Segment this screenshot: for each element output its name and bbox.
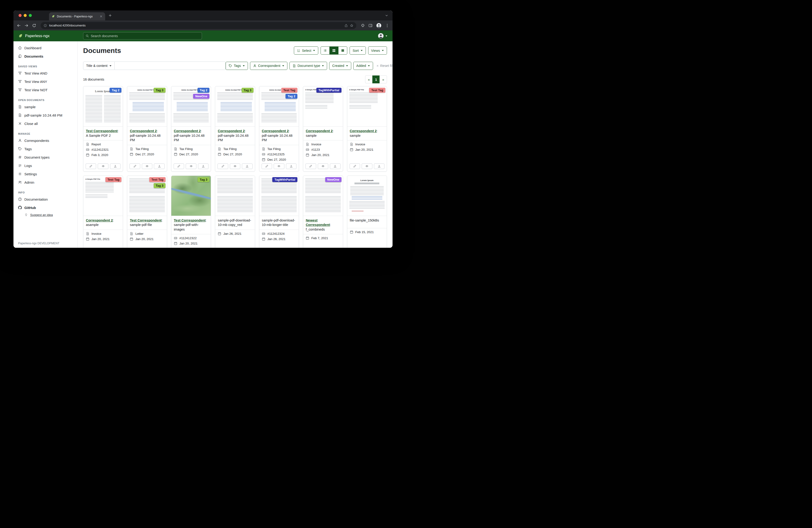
minimize-window-button[interactable] bbox=[24, 14, 27, 17]
correspondent-link[interactable]: Test Correspondent bbox=[86, 129, 118, 133]
sidebar-item-logs[interactable]: Logs bbox=[13, 161, 77, 170]
edit-button[interactable] bbox=[130, 163, 140, 169]
views-button[interactable]: Views bbox=[368, 46, 387, 55]
sidebar-item-admin[interactable]: Admin bbox=[13, 178, 77, 186]
sidebar-item-test-view-and[interactable]: Test View AND bbox=[13, 69, 77, 77]
document-thumbnail[interactable]: Lorem ipsum bbox=[347, 176, 387, 216]
correspondent-link[interactable]: Correspondent 2 bbox=[130, 129, 157, 133]
edit-button[interactable] bbox=[305, 163, 316, 169]
close-window-button[interactable] bbox=[18, 14, 21, 17]
pagination-next-button[interactable]: » bbox=[379, 75, 387, 83]
filter-tags-button[interactable]: Tags bbox=[226, 62, 248, 70]
view-details-button[interactable] bbox=[338, 46, 347, 55]
title-content-filter-input[interactable] bbox=[115, 61, 226, 70]
reload-button[interactable] bbox=[32, 24, 36, 28]
tag-chip-tag-2[interactable]: Tag 2 bbox=[110, 88, 121, 92]
filter-document-type-button[interactable]: Document type bbox=[289, 62, 327, 70]
zoom-window-button[interactable] bbox=[29, 14, 32, 17]
correspondent-link[interactable]: Correspondent 2 bbox=[174, 129, 201, 133]
correspondent-link[interactable]: Newest Correspondent bbox=[306, 218, 330, 227]
select-button[interactable]: Select bbox=[294, 46, 318, 55]
browser-menu-icon[interactable] bbox=[385, 24, 389, 28]
download-button[interactable] bbox=[110, 163, 120, 169]
filter-created-button[interactable]: Created bbox=[329, 62, 351, 70]
site-info-icon[interactable] bbox=[44, 24, 47, 27]
download-button[interactable] bbox=[242, 163, 252, 169]
reset-filters-button[interactable]: Reset filters bbox=[376, 64, 393, 68]
share-icon[interactable] bbox=[345, 24, 348, 27]
sidebar-item-test-view-any[interactable]: Test View ANY bbox=[13, 77, 77, 86]
pagination-prev-button[interactable]: « bbox=[365, 75, 373, 83]
preview-button[interactable] bbox=[142, 163, 152, 169]
sidebar-item-github[interactable]: GitHub bbox=[13, 203, 77, 212]
bookmark-star-icon[interactable] bbox=[350, 24, 353, 27]
edit-button[interactable] bbox=[218, 163, 228, 169]
view-grid-button[interactable] bbox=[329, 46, 338, 55]
tag-chip-test-tag[interactable]: Test Tag bbox=[369, 88, 385, 92]
sidebar-item-settings[interactable]: Settings bbox=[13, 170, 77, 178]
tag-chip-tag-3[interactable]: Tag 3 bbox=[242, 88, 253, 92]
sidebar-item-tags[interactable]: Tags bbox=[13, 145, 77, 153]
sidebar-item-documents[interactable]: Documents bbox=[13, 52, 77, 60]
sidebar-item-document-types[interactable]: Document types bbox=[13, 153, 77, 161]
filter-field-selector[interactable]: Title & content bbox=[83, 61, 115, 70]
side-panel-icon[interactable] bbox=[368, 24, 373, 28]
global-search[interactable] bbox=[83, 32, 202, 40]
preview-button[interactable] bbox=[362, 163, 372, 169]
global-search-input[interactable] bbox=[91, 34, 199, 38]
tag-chip-tagwithpartial[interactable]: TagWithPartial bbox=[316, 88, 342, 92]
filter-added-button[interactable]: Added bbox=[353, 62, 373, 70]
correspondent-link[interactable]: Test Correspondent bbox=[130, 218, 162, 222]
filter-correspondent-button[interactable]: Correspondent bbox=[250, 62, 287, 70]
sidebar-item-correspondents[interactable]: Correspondents bbox=[13, 136, 77, 145]
sidebar-item-test-view-not[interactable]: Test View NOT bbox=[13, 86, 77, 94]
correspondent-link[interactable]: Test Correspondent bbox=[174, 218, 206, 222]
correspondent-link[interactable]: Correspondent 2 bbox=[350, 129, 377, 133]
sidebar-item-close-all[interactable]: Close all bbox=[13, 119, 77, 128]
address-bar[interactable]: localhost:4200/documents bbox=[41, 22, 356, 29]
tag-chip-newone[interactable]: NewOne bbox=[325, 177, 342, 182]
edit-button[interactable] bbox=[350, 163, 360, 169]
preview-button[interactable] bbox=[186, 163, 196, 169]
edit-button[interactable] bbox=[262, 163, 272, 169]
extensions-icon[interactable] bbox=[361, 24, 365, 28]
sidebar-item-dashboard[interactable]: Dashboard bbox=[13, 44, 77, 52]
tag-chip-test-tag[interactable]: Test Tag bbox=[281, 88, 298, 92]
preview-button[interactable] bbox=[98, 163, 108, 169]
preview-button[interactable] bbox=[318, 163, 328, 169]
tag-chip-tag-3[interactable]: Tag 3 bbox=[198, 177, 209, 182]
tab-close-icon[interactable] bbox=[100, 15, 103, 18]
app-brand[interactable]: Paperless-ngx bbox=[13, 33, 77, 38]
correspondent-link[interactable]: Correspondent 2 bbox=[306, 129, 333, 133]
tag-chip-tag-3[interactable]: Tag 3 bbox=[154, 183, 165, 188]
tag-chip-test-tag[interactable]: Test Tag bbox=[149, 177, 165, 182]
download-button[interactable] bbox=[286, 163, 296, 169]
tag-chip-tag-2[interactable]: Tag 2 bbox=[198, 88, 209, 92]
preview-button[interactable] bbox=[230, 163, 240, 169]
edit-button[interactable] bbox=[174, 163, 184, 169]
correspondent-link[interactable]: Correspondent 2 bbox=[262, 129, 289, 133]
tab-overflow-chevron-icon[interactable] bbox=[385, 14, 388, 17]
view-list-button[interactable] bbox=[321, 46, 330, 55]
sidebar-item-pdf-sample-10-24-48-pm[interactable]: pdf-sample 10.24.48 PM bbox=[13, 111, 77, 119]
tag-chip-tagwithpartial[interactable]: TagWithPartial bbox=[272, 177, 298, 182]
sidebar-item-suggest-an-idea[interactable]: Suggest an idea bbox=[13, 212, 77, 218]
back-button[interactable] bbox=[17, 24, 21, 28]
download-button[interactable] bbox=[330, 163, 340, 169]
sidebar-item-sample[interactable]: sample bbox=[13, 103, 77, 111]
forward-button[interactable] bbox=[24, 24, 29, 28]
tag-chip-tag-2[interactable]: Tag 2 bbox=[286, 94, 298, 99]
tag-chip-tag-3[interactable]: Tag 3 bbox=[154, 88, 165, 92]
pagination-page-1-button[interactable]: 1 bbox=[372, 75, 380, 83]
edit-button[interactable] bbox=[86, 163, 96, 169]
correspondent-link[interactable]: Correspondent 2 bbox=[86, 218, 113, 222]
sidebar-item-documentation[interactable]: Documentation bbox=[13, 195, 77, 203]
download-button[interactable] bbox=[198, 163, 208, 169]
browser-profile-icon[interactable] bbox=[376, 23, 382, 28]
correspondent-link[interactable]: Correspondent 2 bbox=[218, 129, 245, 133]
browser-tab[interactable]: Documents - Paperless-ngx bbox=[49, 12, 105, 20]
preview-button[interactable] bbox=[274, 163, 284, 169]
tag-chip-newone[interactable]: NewOne bbox=[193, 94, 209, 99]
sort-button[interactable]: Sort bbox=[350, 46, 366, 55]
document-thumbnail[interactable] bbox=[215, 176, 255, 216]
